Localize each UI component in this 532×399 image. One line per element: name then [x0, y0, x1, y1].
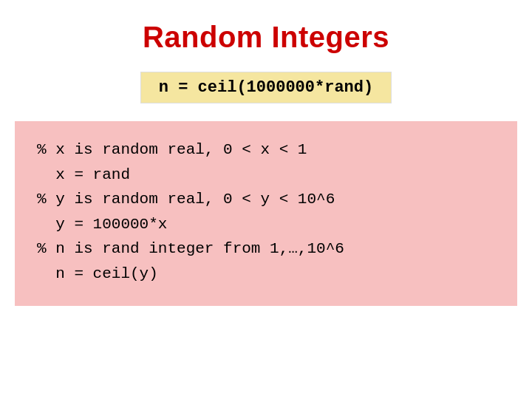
page: Random Integers n = ceil(1000000*rand) %… — [0, 0, 532, 399]
line-6: n = ceil(y) — [37, 262, 495, 287]
line-1: % x is random real, 0 < x < 1 — [37, 137, 495, 163]
line-4: y = 100000*x — [37, 212, 495, 237]
line-2: x = rand — [37, 163, 495, 188]
code-box: n = ceil(1000000*rand) — [140, 72, 392, 103]
content-area: % x is random real, 0 < x < 1 x = rand %… — [15, 121, 517, 306]
line-3: % y is random real, 0 < y < 10^6 — [37, 187, 495, 212]
page-title: Random Integers — [143, 21, 389, 54]
line-5: % n is rand integer from 1,…,10^6 — [37, 236, 495, 262]
code-box-content: n = ceil(1000000*rand) — [159, 78, 373, 97]
